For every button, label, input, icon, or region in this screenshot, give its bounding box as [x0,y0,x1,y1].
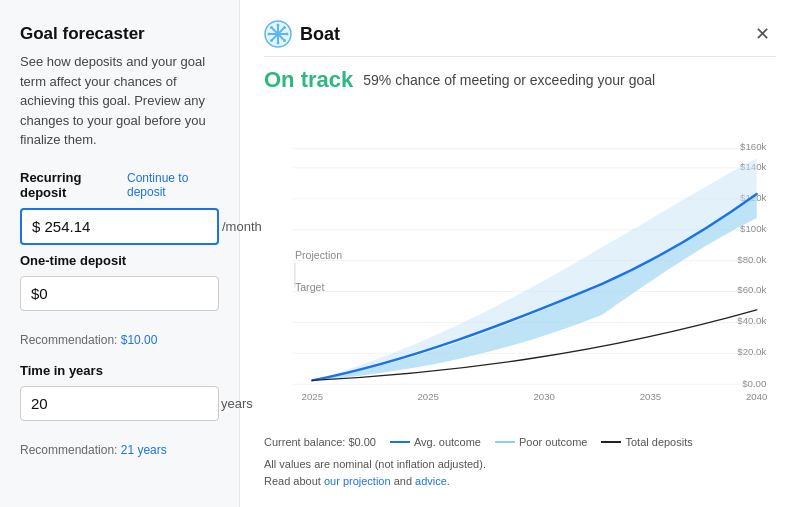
recurring-deposit-label: Recurring deposit Continue to deposit [20,170,219,200]
svg-text:2025: 2025 [417,391,438,402]
svg-text:2035: 2035 [640,391,661,402]
one-time-deposit-label: One-time deposit [20,253,219,268]
sidebar-description: See how deposits and your goal term affe… [20,52,219,150]
sidebar-title: Goal forecaster [20,24,219,44]
total-deposits-line-icon [601,441,621,443]
chart-footnote: All values are nominal (not inflation ad… [264,456,776,491]
svg-point-10 [283,39,286,42]
our-projection-link[interactable]: our projection [324,475,391,487]
legend-avg-outcome-item: Avg. outcome [390,436,481,448]
time-in-years-input[interactable] [31,395,221,412]
legend-avg-outcome-label: Avg. outcome [414,436,481,448]
svg-point-12 [270,39,273,42]
svg-text:Target: Target [295,281,325,293]
legend-current-balance: Current balance: $0.00 [264,436,376,448]
advice-link[interactable]: advice [415,475,447,487]
recommendation-2-link[interactable]: 21 years [121,443,167,457]
boat-icon [264,20,292,48]
svg-text:2025: 2025 [302,391,323,402]
one-time-deposit-input[interactable] [31,285,221,302]
svg-point-6 [277,42,280,45]
svg-text:2030: 2030 [533,391,554,402]
forecast-chart: $0.00 $20.0k $40.0k $60.0k $80.0k $100k … [264,103,776,430]
svg-point-11 [283,26,286,29]
continue-to-deposit-link[interactable]: Continue to deposit [127,171,219,199]
svg-point-5 [277,24,280,27]
time-in-years-input-wrapper: years [20,386,219,421]
panel-header: Boat ✕ [264,20,776,48]
one-time-deposit-input-wrapper [20,276,219,311]
recommendation-2: Recommendation: 21 years [20,443,219,457]
svg-text:$40.0k: $40.0k [737,315,766,326]
header-divider [264,56,776,57]
svg-text:$0.00: $0.00 [742,378,766,389]
svg-point-9 [270,26,273,29]
time-in-years-label: Time in years [20,363,219,378]
footnote-prefix: Read about [264,475,324,487]
poor-outcome-line-icon [495,441,515,443]
on-track-row: On track 59% chance of meeting or exceed… [264,67,776,93]
chart-container: $0.00 $20.0k $40.0k $60.0k $80.0k $100k … [264,103,776,430]
recurring-deposit-input[interactable] [32,218,222,235]
svg-point-7 [268,33,271,36]
recommendation-1: Recommendation: $10.00 [20,333,219,347]
footnote-and: and [391,475,415,487]
legend-total-deposits-label: Total deposits [625,436,692,448]
svg-text:$20.0k: $20.0k [737,346,766,357]
on-track-status: On track [264,67,353,93]
boat-title: Boat [300,24,340,45]
svg-point-8 [286,33,289,36]
close-button[interactable]: ✕ [749,23,776,45]
svg-text:Projection: Projection [295,249,342,261]
chart-legend: Current balance: $0.00 Avg. outcome Poor… [264,436,776,448]
footnote-period: . [447,475,450,487]
legend-poor-outcome-item: Poor outcome [495,436,587,448]
svg-text:$80.0k: $80.0k [737,254,766,265]
on-track-description: 59% chance of meeting or exceeding your … [363,72,655,88]
main-panel: Boat ✕ On track 59% chance of meeting or… [240,0,800,507]
sidebar: Goal forecaster See how deposits and you… [0,0,240,507]
footnote-line2: Read about our projection and advice. [264,473,776,491]
footnote-line1: All values are nominal (not inflation ad… [264,456,776,474]
legend-total-deposits-item: Total deposits [601,436,692,448]
boat-title-row: Boat [264,20,340,48]
legend-poor-outcome-label: Poor outcome [519,436,587,448]
svg-text:2040: 2040 [746,391,767,402]
recurring-deposit-input-wrapper: /month [20,208,219,245]
svg-text:$160k: $160k [740,141,766,152]
avg-outcome-line-icon [390,441,410,443]
recommendation-1-link[interactable]: $10.00 [121,333,158,347]
svg-text:$60.0k: $60.0k [737,284,766,295]
